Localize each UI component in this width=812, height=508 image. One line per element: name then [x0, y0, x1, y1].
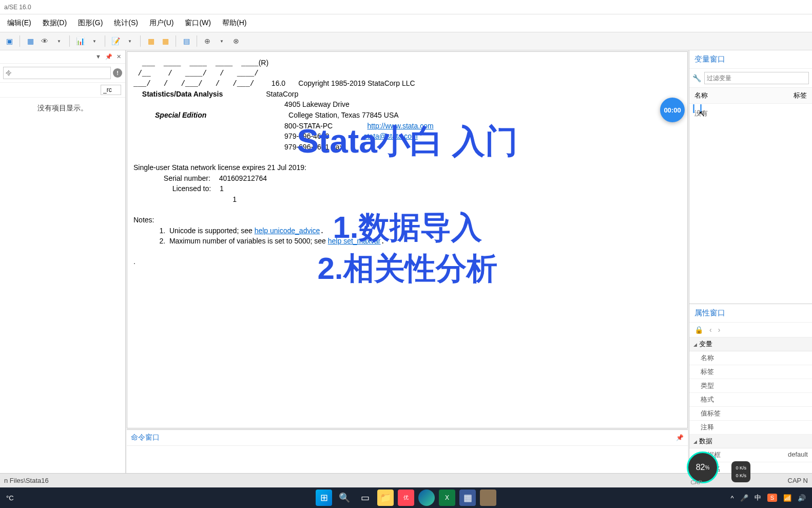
sogou-icon[interactable]: S: [767, 494, 777, 502]
variables-icon[interactable]: ▤: [180, 35, 192, 47]
maxvar-link[interactable]: help set_maxvar: [328, 237, 381, 245]
rc-row: [0, 83, 125, 98]
cap-indicator: CAP: [690, 479, 702, 485]
taskbar-center: ⊞ 🔍 ▭ 📁 优 X ▦: [316, 490, 496, 506]
titlebar: a/SE 16.0: [0, 0, 812, 14]
history-search-input[interactable]: [3, 67, 111, 79]
url-link[interactable]: http://www.stata.com: [367, 122, 433, 130]
separator: [176, 35, 176, 47]
excel-icon[interactable]: X: [439, 490, 455, 506]
prop-name[interactable]: 名称: [689, 351, 812, 365]
lock-icon[interactable]: 🔒: [694, 326, 703, 334]
variables-empty: 没有: [689, 104, 812, 123]
separator: [20, 35, 20, 47]
ime-icon[interactable]: 中: [755, 493, 761, 502]
variables-filter-row: 🔧: [689, 69, 812, 88]
history-empty: 没有项目显示。: [0, 98, 125, 119]
menu-help[interactable]: 帮助(H): [217, 15, 252, 31]
performance-side: 0 K/s0 K/s: [731, 461, 750, 482]
status-path: n Files\Stata16: [4, 477, 49, 484]
volume-icon[interactable]: 🔊: [798, 494, 806, 502]
save-icon[interactable]: ▣: [3, 35, 15, 47]
title-text: a/SE 16.0: [4, 4, 31, 11]
mic-icon[interactable]: 🎤: [740, 494, 748, 502]
menu-user[interactable]: 用户(U): [144, 15, 179, 31]
log-icon[interactable]: ▦: [24, 35, 36, 47]
separator: [69, 35, 70, 47]
properties-title: 属性窗口: [689, 304, 812, 323]
separator: [197, 35, 197, 47]
variables-columns: 名称 标签: [689, 88, 812, 104]
wrench-icon[interactable]: 🔧: [692, 74, 701, 82]
chevron-up-icon[interactable]: ^: [731, 494, 734, 502]
dofile-icon[interactable]: 📝: [109, 35, 122, 47]
wifi-icon[interactable]: 📶: [783, 494, 791, 502]
properties-panel: 属性窗口 🔒 ‹ › 变量 名称 标签 类型 格式 值标签 注释 数据 数据框d…: [689, 304, 812, 473]
right-panel: 变量窗口 🔧 名称 标签 没有 属性窗口 🔒 ‹ › 变量 名称 标签 类型 格…: [689, 50, 812, 473]
cursor-icon: ↖: [699, 109, 705, 119]
filter-icon[interactable]: ▼: [94, 52, 102, 61]
history-search-row: !: [0, 64, 125, 83]
history-panel: ▼ 📌 ✕ ! 没有项目显示。: [0, 50, 126, 473]
results-window[interactable]: ___ ____ ____ ____ ____(R) /__ / ____/ /…: [127, 51, 688, 428]
command-title: 命令窗口 📌: [127, 430, 688, 446]
close-icon[interactable]: ✕: [115, 52, 122, 61]
variables-filter-input[interactable]: [704, 72, 809, 84]
menubar: 编辑(E) 数据(D) 图形(G) 统计(S) 用户(U) 窗口(W) 帮助(H…: [0, 14, 812, 32]
dropdown-icon[interactable]: ▼: [88, 35, 101, 47]
performance-widget[interactable]: 82%: [687, 451, 719, 483]
taskbar: °C ⊞ 🔍 ▭ 📁 优 X ▦ ^ 🎤 中 S 📶 🔊: [0, 487, 812, 508]
history-header: ▼ 📌 ✕: [0, 50, 125, 64]
data-browse-icon[interactable]: ▦: [159, 35, 171, 47]
column-name[interactable]: 名称: [694, 91, 794, 100]
prop-label[interactable]: 标签: [689, 365, 812, 379]
start-icon[interactable]: ⊞: [316, 490, 332, 506]
pin-icon[interactable]: 📌: [676, 434, 684, 441]
taskbar-right: ^ 🎤 中 S 📶 🔊: [731, 493, 806, 502]
results-content: ___ ____ ____ ____ ____(R) /__ / ____/ /…: [133, 58, 681, 268]
youku-icon[interactable]: 优: [398, 490, 414, 506]
taskview-icon[interactable]: ▭: [357, 490, 373, 506]
toolbar: ▣ ▦ 👁 ▼ 📊 ▼ 📝 ▼ ▦ ▦ ▤ ⊕ ▼ ⊗: [0, 32, 812, 50]
center-panel: ___ ____ ____ ____ ____(R) /__ / ____/ /…: [126, 50, 689, 473]
menu-stats[interactable]: 统计(S): [109, 15, 143, 31]
menu-window[interactable]: 窗口(W): [180, 15, 216, 31]
prop-type[interactable]: 类型: [689, 379, 812, 393]
email-link[interactable]: stata@stata.com: [363, 132, 417, 140]
prop-notes[interactable]: 注释: [689, 421, 812, 435]
variables-title: 变量窗口: [689, 50, 812, 69]
more-icon[interactable]: ⊕: [201, 35, 214, 47]
rc-input[interactable]: [101, 85, 121, 95]
break-icon[interactable]: ⊗: [230, 35, 242, 47]
prop-section-data[interactable]: 数据: [689, 435, 812, 448]
search-icon[interactable]: 🔍: [336, 490, 353, 506]
next-icon[interactable]: ›: [718, 326, 721, 334]
column-label[interactable]: 标签: [794, 91, 807, 100]
timer-badge[interactable]: 00:00: [660, 98, 685, 122]
pin-icon[interactable]: 📌: [104, 52, 113, 61]
stata-icon[interactable]: ▦: [459, 490, 476, 506]
main-area: ▼ 📌 ✕ ! 没有项目显示。 ___ ____ ____ ____ ____(…: [0, 50, 812, 473]
prop-section-variable[interactable]: 变量: [689, 337, 812, 351]
prop-format[interactable]: 格式: [689, 393, 812, 407]
unicode-link[interactable]: help unicode_advice: [255, 227, 320, 235]
dropdown-icon[interactable]: ▼: [124, 35, 136, 47]
eye-icon[interactable]: 👁: [38, 35, 51, 47]
dropdown-icon[interactable]: ▼: [53, 35, 65, 47]
menu-data[interactable]: 数据(D): [37, 15, 72, 31]
separator: [105, 35, 105, 47]
app-icon[interactable]: [480, 490, 496, 506]
dropdown-icon[interactable]: ▼: [216, 35, 228, 47]
info-badge[interactable]: !: [113, 68, 122, 78]
explorer-icon[interactable]: 📁: [377, 490, 394, 506]
prop-vallabel[interactable]: 值标签: [689, 407, 812, 421]
separator: [140, 35, 141, 47]
menu-graph[interactable]: 图形(G): [73, 15, 108, 31]
taskbar-temp[interactable]: °C: [6, 494, 14, 502]
properties-nav: 🔒 ‹ ›: [689, 323, 812, 337]
prev-icon[interactable]: ‹: [709, 326, 712, 334]
graph-icon[interactable]: 📊: [74, 35, 86, 47]
data-edit-icon[interactable]: ▦: [145, 35, 157, 47]
menu-edit[interactable]: 编辑(E): [2, 15, 36, 31]
edge-icon[interactable]: [418, 490, 435, 506]
